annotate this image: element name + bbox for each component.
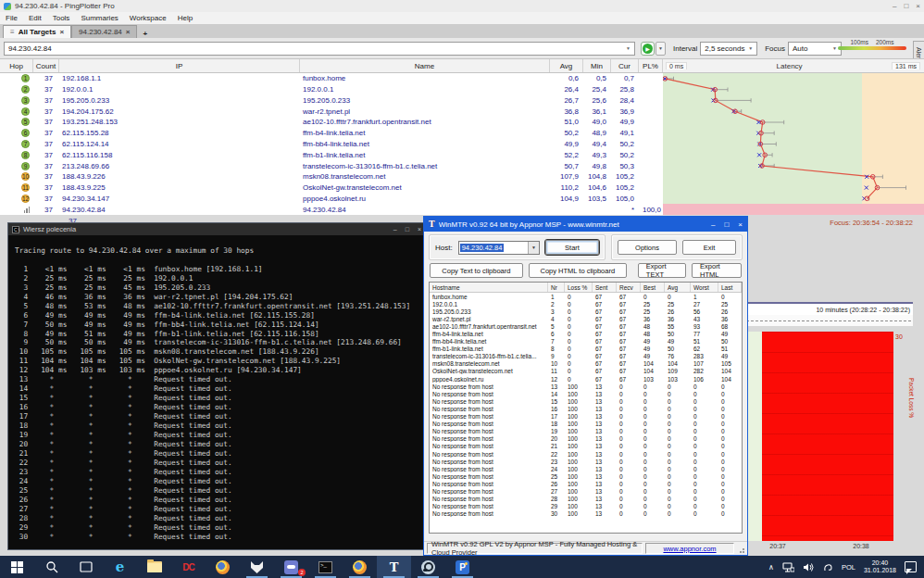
close-icon[interactable]: × [418,226,421,232]
search-button[interactable] [34,556,69,578]
resize-grip[interactable] [737,544,744,553]
table-row[interactable]: 1137188.43.9.225OskolNet-gw.transtelecom… [0,182,663,194]
exit-button[interactable]: Exit [682,240,736,255]
table-row[interactable]: 1037188.43.9.226mskn08.transtelecom.net1… [0,171,663,182]
winmtr-table-row[interactable]: No response from host171001300000 [430,413,742,421]
copy-text-button[interactable]: Copy Text to clipboard [430,263,523,278]
table-row[interactable]: 537193.251.248.153ae102-10.ffttr7.frankf… [0,117,663,128]
winmtr-table-row[interactable]: No response from host251001300000 [430,472,742,480]
tray-expand-icon[interactable]: ∧ [768,563,774,572]
action-center-icon[interactable] [905,561,917,572]
options-button[interactable]: Options [618,240,677,255]
winmtr-table-row[interactable]: No response from host281001300000 [430,496,742,503]
trace-options-dropdown[interactable]: ▼ [656,42,666,56]
keyboard-language[interactable]: POL [842,563,855,572]
menu-item-workspace[interactable]: Workspace [130,14,167,22]
winmtr-table-row[interactable]: No response from host231001300000 [430,458,742,465]
taskbar-dc-app[interactable]: DC [171,556,206,578]
target-input[interactable]: 94.230.42.84 ▼ [4,42,635,56]
column-header-cur[interactable]: Cur [611,59,639,72]
chevron-down-icon[interactable]: ▼ [528,242,539,254]
winmtr-column-avg[interactable]: Avg [665,283,691,292]
winmtr-column-worst[interactable]: Worst [691,283,718,292]
winmtr-table-row[interactable]: ae102-10.ffttr7.frankfurt.opentransit.ne… [430,322,742,330]
taskbar-edge[interactable]: e [103,556,137,578]
menu-item-edit[interactable]: Edit [29,14,42,22]
minimize-icon[interactable]: – [393,226,397,232]
menu-item-file[interactable]: File [6,14,18,22]
taskbar-firefox-2[interactable] [343,556,377,578]
taskbar-fox-app[interactable] [240,556,274,578]
column-header-pl[interactable]: PL% [639,59,663,72]
timeline-title[interactable]: 10 minutes (20:28:22 - 20:38:22) [744,302,913,315]
winmtr-table-row[interactable]: ffm-bb4-link.telia.net70676749495150 [430,338,742,346]
winmtr-column-sent[interactable]: Sent [593,283,617,292]
column-header-avg[interactable]: Avg [550,59,583,72]
winmtr-table-row[interactable]: funbox.home1067670010 [430,293,742,300]
winmtr-column-loss[interactable]: Loss % [565,283,593,292]
new-tab-button[interactable]: + [137,30,153,38]
pen-icon[interactable] [823,562,833,572]
maximize-icon[interactable]: □ [904,2,908,10]
winmtr-table-row[interactable]: No response from host211001300000 [430,443,742,450]
close-icon[interactable]: × [916,2,920,10]
tab-close-icon[interactable]: × [59,28,64,36]
minimize-icon[interactable]: – [893,2,896,10]
table-row[interactable]: 63762.115.155.28ffm-b4-link.telia.net50,… [0,128,663,139]
focus-select[interactable]: Auto▼ [788,42,842,56]
taskbar-firefox[interactable] [206,556,240,578]
start-button[interactable] [0,556,34,578]
winmtr-table-row[interactable]: No response from host201001300000 [430,435,742,443]
minimize-icon[interactable]: – [711,220,715,229]
winmtr-table-row[interactable]: mskn08.transtelecom.net10067671041041071… [430,360,742,368]
appnor-link[interactable]: www.appnor.com [663,545,716,553]
taskbar-file-explorer[interactable] [137,556,171,578]
tab-94-230-42-84[interactable]: 94.230.42.84× [71,25,137,38]
taskbar-winmtr[interactable]: T [377,556,411,578]
winmtr-table-row[interactable]: No response from host261001300000 [430,480,742,487]
winmtr-table-row[interactable]: OskolNet-gw.transtelecom.net110676710410… [430,368,742,375]
winmtr-column-hostname[interactable]: Hostname [430,283,548,292]
command-prompt-titlebar[interactable]: C:\ Wiersz polecenia – □ × [8,223,425,235]
column-header-count[interactable]: Count [33,59,59,72]
winmtr-table-row[interactable]: transtelecom-ic-313016-ffm-b1.c.telia...… [430,353,742,360]
winmtr-column-best[interactable]: Best [641,283,665,292]
winmtr-table-row[interactable]: No response from host131001300000 [430,383,742,390]
start-trace-button[interactable]: ▶ [641,42,655,56]
winmtr-table-row[interactable]: No response from host161001300000 [430,405,742,412]
network-icon[interactable] [782,562,794,572]
table-row[interactable]: 237192.0.0.1192.0.0.126,425,425,8 [0,84,663,95]
export-html-button[interactable]: Export HTML [692,263,742,278]
menu-item-tools[interactable]: Tools [53,14,70,22]
table-row[interactable]: 3794.230.42.8494.230.42.84*100,0 [0,204,663,215]
volume-icon[interactable] [803,562,815,572]
table-row[interactable]: 73762.115.124.14ffm-bb4-link.telia.net49… [0,139,663,150]
tab-all-targets[interactable]: ≡All Targets× [3,25,71,38]
winmtr-column-last[interactable]: Last [718,283,742,292]
taskbar-steam[interactable] [411,556,445,578]
pingplotter-titlebar[interactable]: 94.230.42.84 - PingPlotter Pro – □ × [0,0,924,12]
copy-html-button[interactable]: Copy HTML to clipboard [529,263,627,278]
winmtr-column-recv[interactable]: Recv [617,283,641,292]
table-row[interactable]: 437194.204.175.62war-r2.tpnet.pl36,836,1… [0,106,663,117]
table-row[interactable]: 937213.248.69.66transtelecom-ic-313016-f… [0,160,663,171]
column-header-ip[interactable]: IP [59,59,300,72]
winmtr-table-row[interactable]: No response from host291001300000 [430,503,742,510]
winmtr-table-row[interactable]: No response from host151001300000 [430,397,742,405]
winmtr-titlebar[interactable]: T WinMTR v0.92 64 bit by Appnor MSP - ww… [424,217,747,232]
winmtr-table-row[interactable]: 195.205.0.23330676725265626 [430,308,742,315]
winmtr-table-row[interactable]: ffm-b1-link.telia.net80676749506251 [430,346,742,353]
task-view-button[interactable] [69,556,103,578]
column-header-name[interactable]: Name [300,59,550,72]
menu-item-summaries[interactable]: Summaries [81,14,118,22]
winmtr-table-row[interactable]: No response from host301001300000 [430,510,742,518]
winmtr-table-row[interactable]: ffm-b4-link.telia.net60676748507749 [430,330,742,337]
winmtr-column-nr[interactable]: Nr [548,283,565,292]
table-row[interactable]: 337195.205.0.233195.205.0.23326,725,628,… [0,95,663,107]
export-text-button[interactable]: Export TEXT [638,263,686,278]
maximize-icon[interactable]: □ [406,226,409,232]
table-row[interactable]: 137192.168.1.1funbox.home0,60,50,7 [0,73,663,84]
table-row[interactable]: 83762.115.116.158ffm-b1-link.telia.net52… [0,149,663,160]
table-row[interactable]: 123794.230.34.147pppoe4.oskolnet.ru104,9… [0,193,663,204]
chevron-down-icon[interactable]: ▼ [626,45,631,51]
